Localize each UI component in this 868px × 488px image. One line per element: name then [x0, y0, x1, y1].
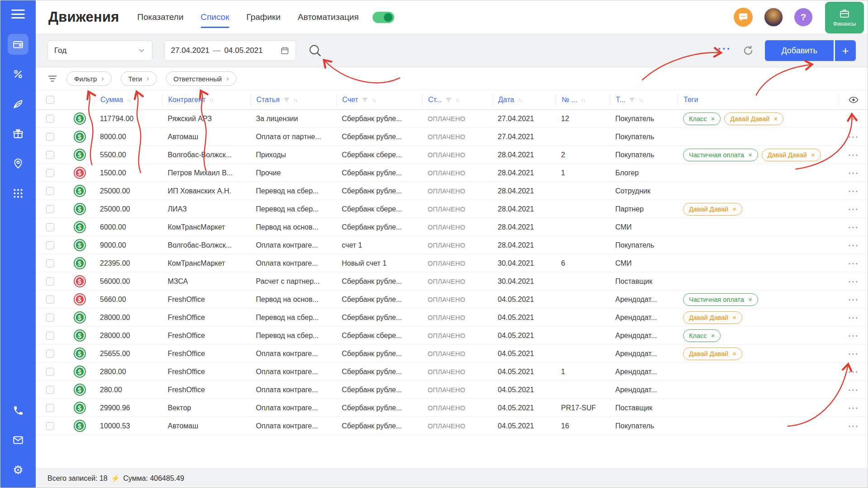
table-row[interactable]: $ 25000.00 ИП Хованских А.Н. Перевод на …	[36, 182, 868, 200]
row-menu-icon[interactable]: ⋯	[848, 188, 859, 194]
col-header-account[interactable]: Счет↑↓	[336, 94, 422, 106]
table-row[interactable]: $ 1500.00 Петров Михаил В... Прочие Сбер…	[36, 164, 868, 182]
tag-pill[interactable]: Давай Давай×	[683, 347, 742, 360]
col-header-counterparty[interactable]: Контрагент↑↓	[162, 94, 250, 106]
chat-button[interactable]	[734, 8, 753, 27]
row-menu-icon[interactable]: ⋯	[848, 333, 859, 338]
row-checkbox[interactable]	[46, 205, 54, 213]
tag-remove-icon[interactable]: ×	[748, 296, 752, 303]
tag-remove-icon[interactable]: ×	[748, 151, 752, 159]
row-checkbox[interactable]	[46, 241, 54, 249]
row-checkbox[interactable]	[46, 386, 54, 394]
date-range-picker[interactable]: 27.04.2021 — 04.05.2021	[164, 40, 296, 61]
table-row[interactable]: $ 28000.00 FreshOffice Перевод на сбер..…	[36, 327, 868, 345]
row-menu-icon[interactable]: ⋯	[848, 206, 859, 212]
add-plus-button[interactable]: +	[835, 40, 856, 61]
tab-charts[interactable]: Графики	[246, 9, 281, 25]
row-checkbox[interactable]	[46, 332, 54, 340]
tag-pill[interactable]: Давай Давай×	[683, 311, 742, 324]
row-menu-icon[interactable]: ⋯	[848, 405, 859, 411]
row-checkbox[interactable]	[46, 368, 54, 376]
sidebar-item-phone[interactable]	[8, 400, 28, 421]
help-button[interactable]: ?	[794, 8, 812, 26]
col-header-article[interactable]: Статья↑↓	[250, 94, 336, 106]
table-row[interactable]: $ 8000.00 Автомаш Оплата от партне... Сб…	[36, 128, 868, 146]
tag-pill[interactable]: Давай Давай×	[724, 113, 783, 125]
tag-pill[interactable]: Частичная оплата×	[683, 293, 758, 306]
row-checkbox[interactable]	[46, 259, 54, 267]
sort-icon[interactable]: ↑↓	[293, 97, 297, 103]
tag-pill[interactable]: Частичная оплата×	[683, 149, 758, 161]
refresh-button[interactable]	[742, 45, 754, 56]
row-menu-icon[interactable]: ⋯	[848, 243, 859, 248]
add-button[interactable]: Добавить	[765, 40, 834, 61]
more-options-icon[interactable]: ⋯	[717, 46, 731, 56]
row-checkbox[interactable]	[46, 314, 54, 322]
table-row[interactable]: $ 29900.96 Вектор Оплата контраге... Сбе…	[36, 399, 868, 417]
sidebar-item-feather[interactable]	[8, 94, 28, 114]
sidebar-item-apps[interactable]	[8, 183, 28, 204]
search-button[interactable]	[308, 43, 322, 58]
tag-remove-icon[interactable]: ×	[732, 205, 736, 213]
row-menu-icon[interactable]: ⋯	[848, 152, 859, 158]
automation-toggle[interactable]	[373, 12, 394, 23]
tag-remove-icon[interactable]: ×	[711, 115, 715, 122]
row-menu-icon[interactable]: ⋯	[848, 225, 859, 230]
filter-chip[interactable]: Фильтр›	[66, 71, 112, 86]
tab-indicators[interactable]: Показатели	[137, 9, 183, 25]
hamburger-menu-icon[interactable]	[11, 9, 25, 19]
tag-pill[interactable]: Давай Давай×	[683, 203, 742, 216]
col-header-date[interactable]: Дата↑↓	[492, 94, 556, 106]
sort-icon[interactable]: ↑↓	[455, 97, 459, 103]
tag-remove-icon[interactable]: ×	[711, 332, 715, 339]
row-menu-icon[interactable]: ⋯	[848, 387, 859, 393]
column-filter-icon[interactable]	[445, 97, 452, 103]
sort-icon[interactable]: ↑↓	[639, 97, 643, 103]
tag-pill[interactable]: Класс×	[683, 113, 721, 125]
table-row[interactable]: $ 56000.00 МЗСА Расчет с партнер... Сбер…	[36, 272, 868, 291]
sidebar-item-settings[interactable]: ⚙	[8, 460, 28, 480]
tag-pill[interactable]: Класс×	[683, 329, 721, 342]
row-menu-icon[interactable]: ⋯	[848, 423, 859, 429]
tag-pill[interactable]: Давай Давай×	[762, 149, 821, 161]
tag-remove-icon[interactable]: ×	[774, 115, 778, 122]
row-checkbox[interactable]	[46, 404, 54, 412]
column-filter-icon[interactable]	[629, 97, 635, 103]
table-row[interactable]: $ 5660.00 FreshOffice Первод на основ...…	[36, 291, 868, 309]
row-checkbox[interactable]	[46, 133, 54, 141]
row-checkbox[interactable]	[46, 169, 54, 177]
row-checkbox[interactable]	[46, 350, 54, 358]
table-row[interactable]: $ 5500.00 Волгобас-Волжск... Приходы Сбе…	[36, 146, 868, 164]
row-checkbox[interactable]	[46, 422, 54, 430]
responsible-chip[interactable]: Ответственный›	[166, 71, 236, 86]
table-row[interactable]: $ 25000.00 ЛИАЗ Перевод на сбер... Сберб…	[36, 200, 868, 218]
tag-remove-icon[interactable]: ×	[732, 314, 736, 321]
row-menu-icon[interactable]: ⋯	[848, 279, 859, 284]
tags-chip[interactable]: Теги›	[121, 71, 157, 86]
sidebar-item-percent[interactable]	[8, 64, 28, 84]
table-row[interactable]: $ 280.00 FreshOffice Оплата контраге... …	[36, 381, 868, 399]
finance-app-tile[interactable]: Финансы	[825, 2, 864, 33]
row-menu-icon[interactable]: ⋯	[848, 297, 859, 302]
row-menu-icon[interactable]: ⋯	[848, 369, 859, 375]
row-checkbox[interactable]	[46, 296, 54, 304]
row-menu-icon[interactable]: ⋯	[848, 261, 859, 266]
row-menu-icon[interactable]: ⋯	[848, 116, 859, 122]
row-checkbox[interactable]	[46, 187, 54, 195]
sort-icon[interactable]: ↑↓	[581, 97, 585, 103]
col-header-sum[interactable]: Сумма↑↓	[94, 94, 162, 106]
row-menu-icon[interactable]: ⋯	[848, 351, 859, 357]
sidebar-item-location[interactable]	[8, 153, 28, 174]
table-row[interactable]: $ 117794.00 Ряжский АРЗ За лицензии Сбер…	[36, 110, 868, 128]
tag-remove-icon[interactable]: ×	[732, 350, 736, 357]
column-visibility-eye-icon[interactable]	[849, 95, 859, 105]
select-all-checkbox[interactable]	[46, 96, 54, 104]
col-header-tags[interactable]: Теги	[678, 94, 839, 106]
row-checkbox[interactable]	[46, 223, 54, 231]
sort-icon[interactable]: ↑↓	[372, 97, 376, 103]
table-row[interactable]: $ 2800.00 FreshOffice Оплата контраге...…	[36, 363, 868, 381]
col-header-status[interactable]: Ст...↑↓	[422, 94, 492, 106]
col-header-number[interactable]: № ...↑↓	[556, 94, 610, 106]
sort-icon[interactable]: ↑↓	[127, 97, 131, 103]
sidebar-item-mail[interactable]	[8, 430, 28, 450]
